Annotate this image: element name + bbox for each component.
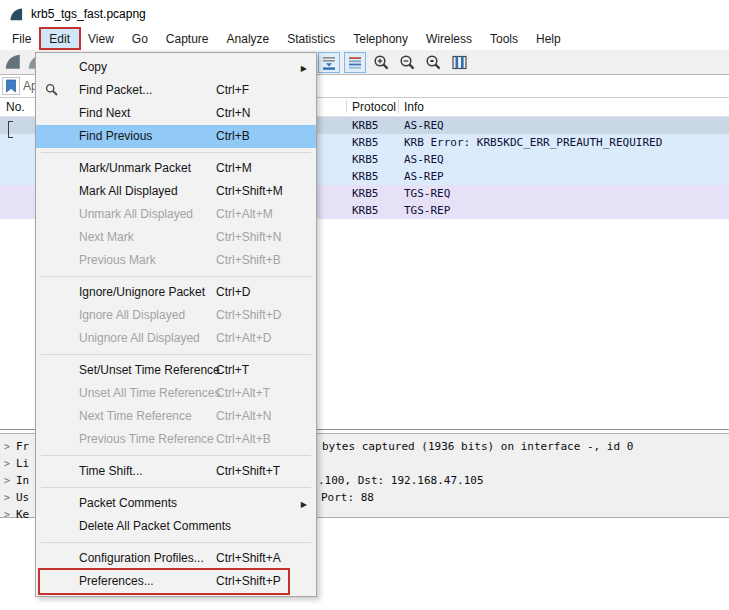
menubar-item-wireless[interactable]: Wireless: [417, 28, 481, 50]
zoom-normal-icon: [425, 54, 442, 71]
colorize-icon: [347, 55, 363, 71]
column-header-protocol[interactable]: Protocol: [352, 100, 396, 114]
chevron-right-icon[interactable]: >: [4, 472, 10, 489]
menu-item-unset-all-time-references: Unset All Time References Ctrl+Alt+T: [36, 382, 316, 405]
menu-bar: File Edit View Go Capture Analyze Statis…: [0, 28, 729, 50]
menubar-item-telephony[interactable]: Telephony: [344, 28, 417, 50]
column-header-no[interactable]: No.: [6, 100, 25, 114]
title-bar: krb5_tgs_fast.pcapng: [0, 0, 729, 28]
column-divider[interactable]: [346, 100, 347, 113]
scroll-to-last-packet-button[interactable]: [318, 52, 340, 73]
menu-item-preferences[interactable]: Preferences... Ctrl+Shift+P: [36, 570, 316, 593]
menubar-item-help[interactable]: Help: [527, 28, 570, 50]
menu-item-time-shift[interactable]: Time Shift... Ctrl+Shift+T: [36, 460, 316, 483]
zoom-normal-size-button[interactable]: [422, 52, 444, 73]
menu-item-packet-comments[interactable]: Packet Comments ▶: [36, 492, 316, 515]
zoom-out-icon: [399, 54, 416, 71]
menubar-item-view[interactable]: View: [79, 28, 123, 50]
menu-item-ignore-all-displayed: Ignore All Displayed Ctrl+Shift+D: [36, 304, 316, 327]
menu-separator: [41, 354, 311, 355]
menubar-item-edit[interactable]: Edit: [40, 28, 79, 50]
menu-item-find-previous[interactable]: Find Previous Ctrl+B: [36, 125, 316, 148]
menubar-item-capture[interactable]: Capture: [157, 28, 218, 50]
menubar-item-analyze[interactable]: Analyze: [218, 28, 279, 50]
menubar-item-file[interactable]: File: [3, 28, 40, 50]
colorize-packet-list-button[interactable]: [344, 52, 366, 73]
menu-item-mark-all-displayed[interactable]: Mark All Displayed Ctrl+Shift+M: [36, 180, 316, 203]
zoom-in-icon: [373, 54, 390, 71]
menu-item-ignore-unignore-packet[interactable]: Ignore/Unignore Packet Ctrl+D: [36, 281, 316, 304]
edit-menu-dropdown: Copy ▶ Find Packet... Ctrl+F Find Next C…: [35, 52, 317, 597]
menu-item-unmark-all-displayed: Unmark All Displayed Ctrl+Alt+M: [36, 203, 316, 226]
menu-item-copy[interactable]: Copy ▶: [36, 56, 316, 79]
wireshark-window: krb5_tgs_fast.pcapng File Edit View Go C…: [0, 0, 729, 610]
menu-item-configuration-profiles[interactable]: Configuration Profiles... Ctrl+Shift+A: [36, 547, 316, 570]
bookmark-icon: [5, 79, 17, 93]
zoom-in-button[interactable]: [370, 52, 392, 73]
chevron-right-icon[interactable]: >: [4, 438, 10, 455]
menu-separator: [41, 487, 311, 488]
filter-bookmark-button[interactable]: [2, 77, 20, 95]
chevron-right-icon[interactable]: >: [4, 455, 10, 472]
menubar-item-tools[interactable]: Tools: [481, 28, 527, 50]
resize-columns-button[interactable]: [448, 52, 470, 73]
wireshark-fin-icon: [9, 7, 24, 22]
menu-separator: [41, 455, 311, 456]
window-title: krb5_tgs_fast.pcapng: [31, 7, 146, 21]
menu-item-find-packet[interactable]: Find Packet... Ctrl+F: [36, 79, 316, 102]
menubar-item-statistics[interactable]: Statistics: [278, 28, 344, 50]
resize-columns-icon: [451, 54, 468, 71]
submenu-arrow-icon: ▶: [301, 493, 307, 516]
column-header-info[interactable]: Info: [404, 100, 424, 114]
menu-separator: [41, 152, 311, 153]
menu-item-previous-time-reference: Previous Time Reference Ctrl+Alt+B: [36, 428, 316, 451]
column-divider[interactable]: [398, 100, 399, 113]
menu-item-next-time-reference: Next Time Reference Ctrl+Alt+N: [36, 405, 316, 428]
menu-item-mark-unmark-packet[interactable]: Mark/Unmark Packet Ctrl+M: [36, 157, 316, 180]
menubar-item-go[interactable]: Go: [123, 28, 157, 50]
conversation-bracket: [8, 121, 13, 138]
menu-item-unignore-all-displayed: Unignore All Displayed Ctrl+Alt+D: [36, 327, 316, 350]
menu-separator: [41, 276, 311, 277]
menu-separator: [41, 542, 311, 543]
menu-item-find-next[interactable]: Find Next Ctrl+N: [36, 102, 316, 125]
submenu-arrow-icon: ▶: [301, 57, 307, 80]
scroll-to-last-icon: [321, 55, 337, 71]
menu-item-set-unset-time-reference[interactable]: Set/Unset Time Reference Ctrl+T: [36, 359, 316, 382]
menu-item-next-mark: Next Mark Ctrl+Shift+N: [36, 226, 316, 249]
capture-fin-icon[interactable]: [4, 53, 22, 71]
toolbar-right-group: [318, 52, 470, 73]
menu-item-delete-all-packet-comments[interactable]: Delete All Packet Comments: [36, 515, 316, 538]
zoom-out-button[interactable]: [396, 52, 418, 73]
search-icon: [45, 83, 59, 97]
menu-item-previous-mark: Previous Mark Ctrl+Shift+B: [36, 249, 316, 272]
chevron-right-icon[interactable]: >: [4, 489, 10, 506]
chevron-right-icon[interactable]: >: [4, 506, 10, 523]
